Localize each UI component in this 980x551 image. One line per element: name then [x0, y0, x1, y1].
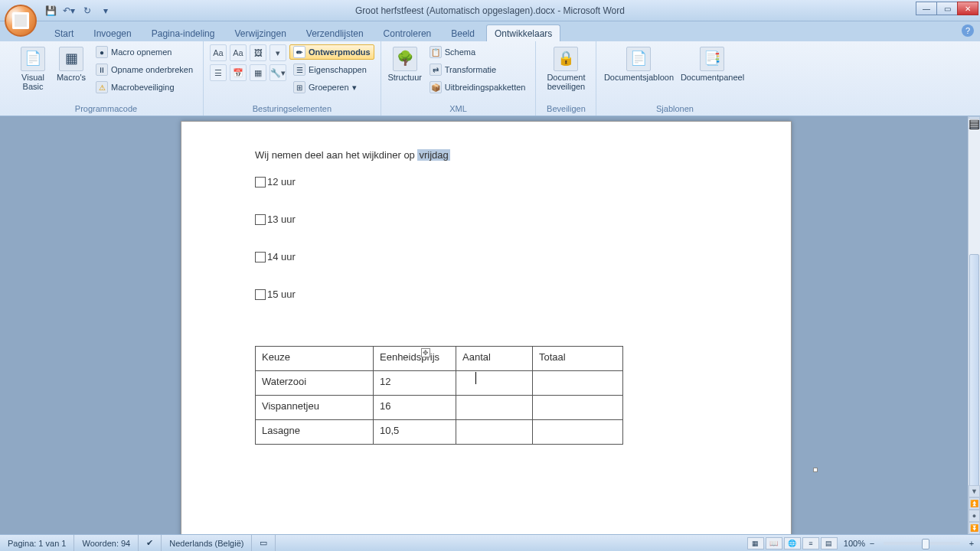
cell-keuze[interactable]: Lasagne [256, 420, 374, 445]
cell-prijs[interactable]: 10,5 [374, 420, 456, 445]
browse-object-icon[interactable]: ● [969, 510, 980, 522]
transformation-label: Transformatie [445, 65, 496, 74]
ruler-toggle-icon[interactable]: ▤ [968, 118, 980, 129]
cell-keuze[interactable]: Vispannetjeu [256, 396, 374, 420]
option-label: 12 uur [267, 176, 296, 187]
cell-keuze[interactable]: Waterzooi [256, 371, 374, 396]
qat-customize-icon[interactable]: ▾ [98, 3, 113, 18]
close-button[interactable]: ✕ [957, 2, 978, 15]
tab-start[interactable]: Start [46, 24, 82, 41]
cell-totaal[interactable] [533, 396, 623, 420]
minimize-button[interactable]: — [916, 2, 937, 15]
visual-basic-button[interactable]: 📄Visual Basic [15, 44, 51, 93]
schema-label: Schema [445, 47, 475, 57]
macro-security-button[interactable]: ⚠Macrobeveiliging [92, 80, 197, 95]
status-words[interactable]: Woorden: 94 [74, 535, 139, 551]
cell-prijs[interactable]: 12 [374, 371, 456, 396]
status-proofing-icon[interactable]: ✔ [139, 535, 162, 551]
fullscreen-reading-view-icon[interactable]: 📖 [766, 537, 782, 549]
record-macro-label: Macro opnemen [111, 47, 172, 57]
office-button[interactable] [5, 5, 37, 37]
date-control-button[interactable]: 📅 [230, 64, 247, 81]
transformation-button[interactable]: ⇄Transformatie [426, 62, 530, 77]
checkbox-icon[interactable] [255, 177, 266, 187]
cell-aantal[interactable] [456, 396, 533, 420]
redo-icon[interactable]: ↻ [80, 3, 95, 18]
print-layout-view-icon[interactable]: ▦ [747, 537, 764, 549]
outline-view-icon[interactable]: ≡ [802, 537, 819, 549]
cell-totaal[interactable] [533, 420, 623, 445]
checkbox-icon[interactable] [255, 252, 266, 262]
cell-prijs[interactable]: 16 [374, 396, 456, 420]
checkbox-icon[interactable] [255, 289, 266, 300]
th-eenheidsprijs[interactable]: Eenheidsprijs [374, 347, 456, 371]
option-label: 14 uur [267, 251, 296, 262]
zoom-level[interactable]: 100% [844, 539, 865, 548]
window-title: Groot herfstfeest (Automatisch opgeslage… [355, 5, 625, 16]
legacy-tools-button[interactable]: 🔧▾ [270, 64, 286, 81]
combobox-control-button[interactable]: ▾ [270, 44, 286, 61]
pause-recording-button[interactable]: ⏸Opname onderbreken [92, 62, 197, 77]
option-row-0[interactable]: 12 uur [255, 176, 717, 187]
cell-aantal[interactable] [456, 371, 533, 396]
zoom-out-icon[interactable]: − [867, 539, 877, 548]
page[interactable]: Wij nemen deel aan het wijkdiner op vrij… [181, 121, 792, 534]
macros-button[interactable]: ▦Macro's [54, 44, 89, 84]
tab-pagina-indeling[interactable]: Pagina-indeling [143, 24, 224, 41]
schema-button[interactable]: 📋Schema [426, 44, 530, 60]
buildingblock-control-button[interactable]: ▦ [250, 64, 266, 81]
warning-icon: ⚠ [96, 81, 108, 93]
menu-table[interactable]: Keuze Eenheidsprijs Aantal Totaal Waterz… [255, 346, 623, 445]
document-template-button[interactable]: 📄Documentsjabloon [603, 44, 675, 84]
group-label: XML [387, 103, 530, 116]
th-aantal[interactable]: Aantal [456, 347, 533, 371]
checkbox-icon[interactable] [255, 214, 266, 225]
status-insert-mode-icon[interactable]: ▭ [252, 535, 276, 551]
intro-line[interactable]: Wij nemen deel aan het wijkdiner op vrij… [255, 149, 717, 161]
web-layout-view-icon[interactable]: 🌐 [784, 537, 801, 549]
status-language[interactable]: Nederlands (België) [162, 535, 252, 551]
tab-verwijzingen[interactable]: Verwijzingen [226, 24, 294, 41]
zoom-in-icon[interactable]: + [966, 539, 977, 548]
tab-beeld[interactable]: Beeld [443, 24, 483, 41]
document-panel-button[interactable]: 📑Documentpaneel [678, 44, 746, 84]
table-move-handle-icon[interactable]: ✥ [421, 348, 430, 357]
status-page[interactable]: Pagina: 1 van 1 [0, 535, 74, 551]
intro-text: Wij nemen deel aan het wijkdiner op [255, 149, 417, 161]
prev-page-icon[interactable]: ⏫ [969, 497, 980, 510]
next-page-icon[interactable]: ⏬ [969, 522, 980, 534]
properties-button[interactable]: ☰Eigenschappen [289, 62, 374, 77]
maximize-button[interactable]: ▭ [936, 2, 958, 15]
text-control-button[interactable]: Aa [230, 44, 247, 61]
undo-icon[interactable]: ↶▾ [61, 3, 77, 18]
record-macro-button[interactable]: ●Macro opnemen [92, 44, 197, 60]
richtext-control-button[interactable]: Aa [210, 44, 227, 61]
scroll-thumb[interactable] [969, 254, 979, 499]
document-area: Wij nemen deel aan het wijkdiner op vrij… [0, 116, 968, 534]
tab-controleren[interactable]: Controleren [375, 24, 440, 41]
th-totaal[interactable]: Totaal [533, 347, 623, 371]
structure-button[interactable]: 🌳Structuur [387, 44, 423, 84]
picture-control-button[interactable]: 🖼 [250, 44, 266, 61]
option-row-1[interactable]: 13 uur [255, 214, 717, 225]
tab-ontwikkelaars[interactable]: Ontwikkelaars [486, 24, 560, 41]
cell-totaal[interactable] [533, 371, 623, 396]
expansion-packs-button[interactable]: 📦Uitbreidingspakketten [426, 80, 530, 95]
option-row-2[interactable]: 14 uur [255, 251, 717, 262]
dropdown-control-button[interactable]: ☰ [210, 64, 227, 81]
save-icon[interactable]: 💾 [43, 3, 58, 18]
help-icon[interactable]: ? [962, 24, 974, 37]
draft-view-icon[interactable]: ▤ [821, 537, 838, 549]
tab-verzendlijsten[interactable]: Verzendlijsten [298, 24, 372, 41]
vertical-scrollbar[interactable]: ▲ ▼ ⏫ ● ⏬ [968, 116, 980, 534]
zoom-slider[interactable] [884, 542, 960, 545]
protect-document-button[interactable]: 🔒Document beveiligen [542, 44, 590, 93]
group-button[interactable]: ⊞Groeperen ▾ [289, 80, 374, 95]
cell-aantal[interactable] [456, 420, 533, 445]
scroll-down-icon[interactable]: ▼ [969, 485, 980, 497]
table-resize-handle-icon[interactable] [813, 468, 818, 472]
th-keuze[interactable]: Keuze [256, 347, 374, 371]
option-row-3[interactable]: 15 uur [255, 289, 717, 300]
design-mode-button[interactable]: ✏Ontwerpmodus [289, 44, 374, 60]
tab-invoegen[interactable]: Invoegen [85, 24, 139, 41]
